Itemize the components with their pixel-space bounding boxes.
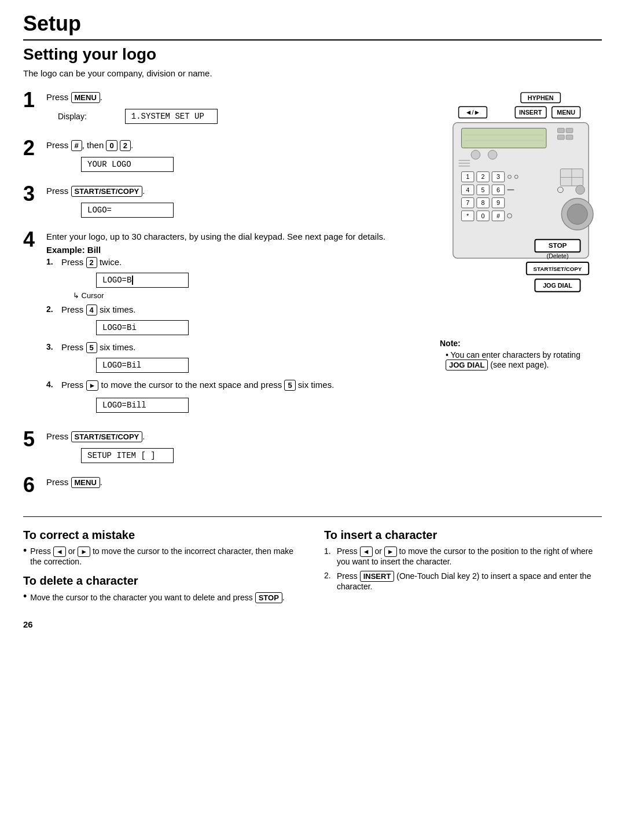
bullet-2: • (23, 591, 27, 601)
step-6-number: 6 (23, 475, 41, 496)
svg-text:2: 2 (481, 173, 485, 180)
step-2-number: 2 (23, 138, 41, 159)
step-3-number: 3 (23, 184, 41, 204)
left-arrow-key-insert: ◄ (360, 546, 373, 557)
note-title: Note: (440, 339, 602, 348)
step-2-text: Press #, then 0 2. (46, 140, 428, 151)
svg-text:(Delete): (Delete) (546, 252, 568, 259)
example-label: Example: Bill (46, 245, 428, 255)
sub-step-2-num: 2. (46, 305, 57, 314)
insert-char-step1: 1. Press ◄ or ► to move the cursor to th… (324, 546, 602, 566)
step-5-text: Press START/SET/COPY. (46, 431, 428, 442)
key-4-sub2: 4 (86, 305, 97, 316)
display-label-1: Display: (58, 112, 87, 121)
insert-step1-text: Press ◄ or ► to move the cursor to the p… (337, 546, 602, 566)
sub-step-3-content: Press 5 six times. LOGO=Bil (61, 342, 428, 375)
subtitle: The logo can be your company, division o… (23, 68, 602, 78)
page-number: 26 (23, 619, 602, 629)
stop-key-delete: STOP (255, 592, 282, 603)
two-key-step2: 2 (120, 140, 131, 151)
correct-mistake-text: Press ◄ or ► to move the cursor to the i… (30, 546, 301, 566)
svg-text:0: 0 (481, 212, 485, 219)
sub-step-2: 2. Press 4 six times. LOGO=Bi (46, 305, 428, 338)
delete-char-text: Move the cursor to the character you wan… (30, 592, 284, 603)
step-2: 2 Press #, then 0 2. YOUR LOGO (23, 138, 428, 174)
step-3: 3 Press START/SET/COPY. LOGO= (23, 184, 428, 220)
display-box-3: LOGO= (81, 203, 174, 218)
bullet-1: • (23, 545, 27, 556)
display-box-1: 1.SYSTEM SET UP (125, 109, 218, 124)
display-box-sub2: LOGO=Bi (96, 320, 189, 335)
sub-step-1-display-area: LOGO=B ↳ Cursor (61, 270, 428, 300)
insert-step2-num: 2. (324, 571, 333, 580)
insert-step1-num: 1. (324, 546, 333, 556)
svg-text:8: 8 (481, 199, 485, 206)
steps-column: 1 Press MENU. Display: 1.SYSTEM SET UP 2… (23, 90, 428, 505)
step-4-text: Enter your logo, up to 30 characters, by… (46, 232, 428, 241)
insert-key-insert: INSERT (360, 571, 395, 582)
step-1-content: Press MENU. Display: 1.SYSTEM SET UP (46, 90, 428, 129)
svg-text:7: 7 (466, 199, 469, 206)
sub-step-1-content: Press 2 twice. LOGO=B ↳ Cursor (61, 257, 428, 300)
step-6-content: Press MENU. (46, 475, 428, 491)
display-box-sub1: LOGO=B (96, 273, 189, 288)
step-5: 5 Press START/SET/COPY. SETUP ITEM [ ] (23, 429, 428, 465)
step-3-text: Press START/SET/COPY. (46, 186, 428, 197)
svg-text:5: 5 (481, 186, 485, 193)
svg-point-13 (488, 151, 497, 160)
sub-step-3-text: Press 5 six times. (61, 342, 135, 352)
step-6: 6 Press MENU. (23, 475, 428, 496)
correct-mistake-bullet: • Press ◄ or ► to move the cursor to the… (23, 546, 301, 566)
svg-text:START/SET/COPY: START/SET/COPY (534, 266, 582, 272)
svg-rect-9 (461, 128, 546, 148)
sub-steps-list: 1. Press 2 twice. LOGO=B ↳ Cursor 2 (46, 257, 428, 415)
svg-point-55 (567, 204, 587, 224)
sub-step-1: 1. Press 2 twice. LOGO=B ↳ Cursor (46, 257, 428, 300)
bottom-left: To correct a mistake • Press ◄ or ► to m… (23, 529, 301, 608)
hash-key: # (71, 140, 82, 151)
step-4-number: 4 (23, 229, 41, 250)
step-3-content: Press START/SET/COPY. LOGO= (46, 184, 428, 220)
svg-text:HYPHEN: HYPHEN (528, 94, 554, 101)
sub-step-4-num: 4. (46, 380, 57, 389)
svg-point-12 (471, 151, 480, 160)
sub-step-4-text: Press ► to move the cursor to the next s… (61, 380, 334, 390)
display-box-sub3: LOGO=Bil (96, 358, 189, 373)
start-set-copy-key-5: START/SET/COPY (71, 431, 143, 442)
svg-text:4: 4 (466, 186, 469, 193)
jog-dial-key-note: JOG DIAL (446, 360, 488, 371)
device-diagram: HYPHEN ◄/► INSERT MENU (446, 90, 596, 333)
display-box-sub4: LOGO=Bill (96, 398, 189, 413)
sub-step-1-num: 1. (46, 257, 57, 266)
svg-text:3: 3 (497, 173, 500, 180)
section-title: Setting your logo (23, 45, 602, 64)
sub-step-1-text: Press 2 twice. (61, 257, 122, 267)
sub-step-4-display-area: LOGO=Bill (61, 395, 428, 415)
step-2-content: Press #, then 0 2. YOUR LOGO (46, 138, 428, 174)
svg-text:MENU: MENU (557, 109, 575, 116)
svg-text:6: 6 (497, 186, 500, 193)
insert-char-title: To insert a character (324, 529, 602, 542)
svg-rect-20 (566, 135, 573, 140)
step-5-number: 5 (23, 429, 41, 450)
right-column: HYPHEN ◄/► INSERT MENU (440, 90, 602, 505)
step-1-text: Press MENU. (46, 92, 428, 103)
cursor-label: ↳ Cursor (73, 291, 104, 300)
insert-step2-text: Press INSERT (One-Touch Dial key 2) to i… (337, 571, 602, 591)
sub-step-3-display-area: LOGO=Bil (61, 355, 428, 375)
right-arrow-key-correct: ► (78, 546, 90, 557)
section-divider (23, 516, 602, 517)
svg-point-40 (576, 185, 585, 195)
sub-step-4: 4. Press ► to move the cursor to the nex… (46, 380, 428, 415)
svg-text:INSERT: INSERT (519, 109, 542, 116)
correct-mistake-title: To correct a mistake (23, 529, 301, 542)
bottom-right: To insert a character 1. Press ◄ or ► to… (324, 529, 602, 608)
step-4-content: Enter your logo, up to 30 characters, by… (46, 229, 428, 420)
svg-text:◄/►: ◄/► (465, 108, 480, 116)
note-text: • You can enter characters by rotating J… (446, 350, 602, 371)
menu-key-1: MENU (71, 92, 100, 103)
delete-char-title: To delete a character (23, 574, 301, 588)
step-5-content: Press START/SET/COPY. SETUP ITEM [ ] (46, 429, 428, 465)
sub-step-3-num: 3. (46, 342, 57, 351)
step-4: 4 Enter your logo, up to 30 characters, … (23, 229, 428, 420)
